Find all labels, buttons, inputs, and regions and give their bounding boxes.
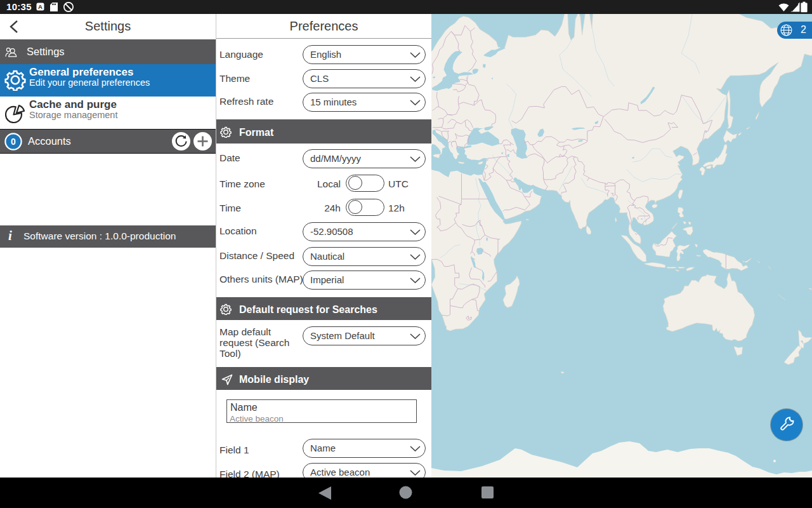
svg-text:0: 0 [11,137,16,147]
svg-text:A: A [38,3,43,10]
